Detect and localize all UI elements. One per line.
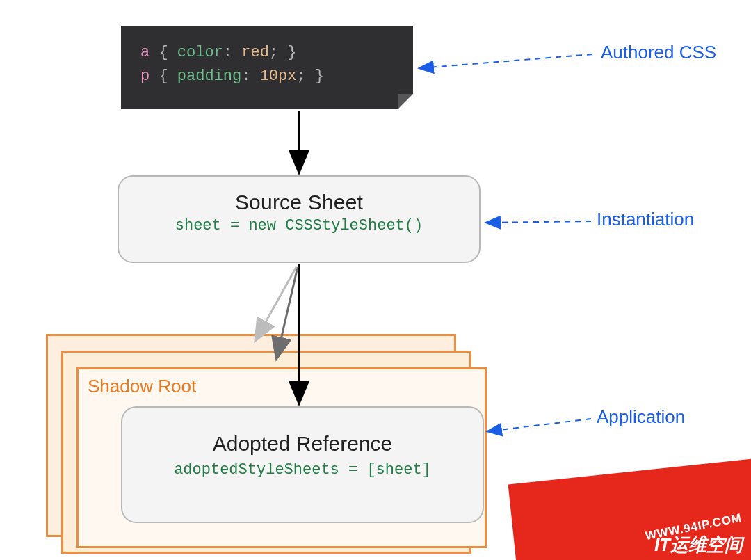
css-property: color (177, 44, 223, 61)
css-property: padding (177, 67, 241, 85)
source-sheet-title: Source Sheet (119, 191, 479, 214)
label-application: Application (597, 406, 685, 428)
css-value: 10px (260, 67, 297, 85)
shadow-root-label: Shadow Root (88, 376, 196, 397)
source-sheet-code: sheet = new CSSStyleSheet() (119, 217, 479, 234)
adopted-reference-code: adoptedStyleSheets = [sheet] (122, 461, 483, 479)
authored-css-code-block: a { color: red; } p { padding: 10px; } (121, 26, 413, 109)
adopted-reference-box: Adopted Reference adoptedStyleSheets = [… (121, 406, 484, 523)
footer-title: IT运维空间 (654, 533, 743, 557)
dashed-application (488, 419, 591, 431)
page-fold-icon (398, 94, 413, 109)
css-value: red (241, 44, 269, 61)
source-sheet-box: Source Sheet sheet = new CSSStyleSheet() (118, 175, 481, 263)
arrow-fanout-light (256, 267, 296, 339)
label-authored-css: Authored CSS (601, 42, 716, 63)
css-selector: a (140, 44, 150, 61)
dashed-instantiation (487, 221, 591, 223)
css-selector: p (140, 67, 150, 85)
adopted-reference-title: Adopted Reference (122, 432, 483, 456)
label-instantiation: Instantiation (597, 209, 694, 230)
dashed-authored (420, 54, 592, 68)
